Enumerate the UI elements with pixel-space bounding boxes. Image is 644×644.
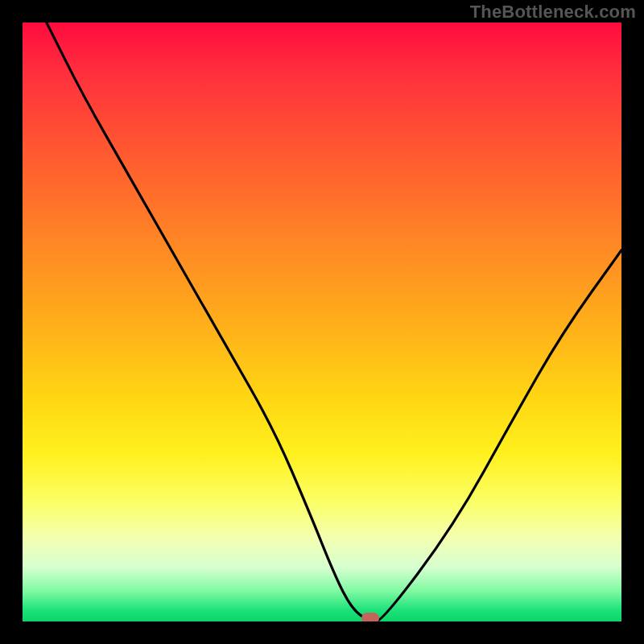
optimum-marker — [361, 613, 379, 621]
bottleneck-curve-path — [47, 23, 621, 621]
chart-frame: TheBottleneck.com — [0, 0, 644, 644]
watermark-text: TheBottleneck.com — [470, 2, 636, 23]
plot-area — [23, 23, 621, 621]
bottleneck-curve-svg — [23, 23, 621, 621]
